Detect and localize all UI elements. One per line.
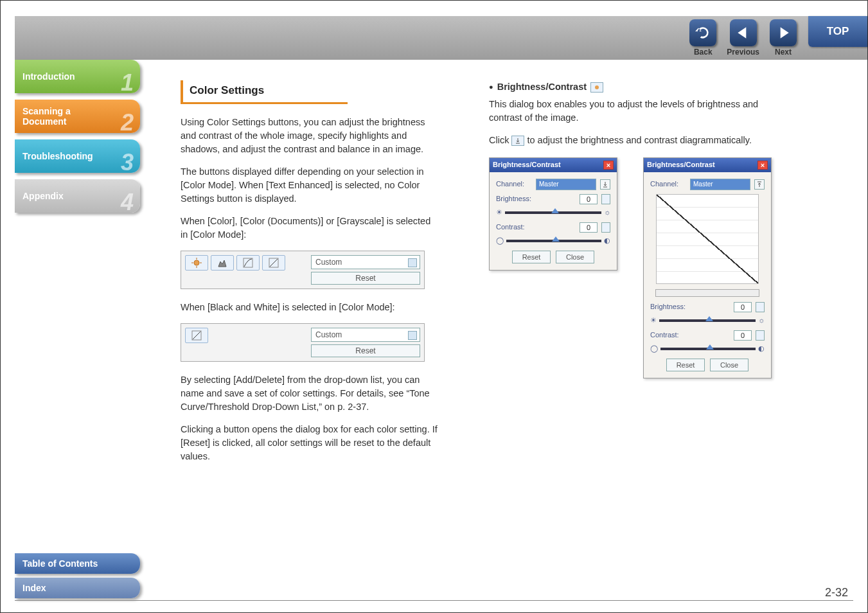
nav-buttons: Back Previous Next xyxy=(689,16,797,60)
dialog-close-button[interactable]: Close xyxy=(556,251,594,263)
next-button[interactable]: Next xyxy=(770,19,797,57)
sidebar-number: 2 xyxy=(121,111,134,134)
subsection-title: Brightness/Contrast xyxy=(497,80,587,94)
paragraph: When [Black and White] is selected in [C… xyxy=(181,301,438,314)
page-number: 2-32 xyxy=(825,586,848,600)
channel-select[interactable]: Master xyxy=(690,179,750,190)
sidebar-item-scanning[interactable]: Scanning a Document 2 xyxy=(15,100,140,133)
channel-label: Channel: xyxy=(496,179,532,190)
channel-label: Channel: xyxy=(650,179,686,190)
dialog-reset-button[interactable]: Reset xyxy=(666,359,705,371)
paragraph: This dialog box enables you to adjust th… xyxy=(489,98,784,125)
contrast-label: Contrast: xyxy=(496,222,532,233)
brightness-label: Brightness: xyxy=(496,194,532,204)
spinner-icon[interactable] xyxy=(601,222,610,233)
channel-select[interactable]: Master xyxy=(536,179,596,190)
threshold-button[interactable] xyxy=(185,328,208,343)
sidebar-number: 4 xyxy=(121,191,134,214)
back-button[interactable]: Back xyxy=(689,19,716,57)
color-mode-toolbar-full: Custom Reset xyxy=(181,251,425,289)
preset-select[interactable]: Custom xyxy=(311,328,420,342)
brightness-slider[interactable]: ☀ ☼ xyxy=(496,208,610,217)
brightness-value[interactable]: 0 xyxy=(734,302,752,312)
spinner-icon[interactable] xyxy=(601,194,610,204)
contrast-slider[interactable]: ◯ ◐ xyxy=(650,344,765,353)
right-column: Brightness/Contrast This dialog box enab… xyxy=(489,80,784,574)
sidebar-item-troubleshooting[interactable]: Troubleshooting 3 xyxy=(15,139,140,173)
contrast-label: Contrast: xyxy=(650,330,686,341)
sidebar-item-appendix[interactable]: Appendix 4 xyxy=(15,179,140,213)
content-area: Color Settings Using Color Settings butt… xyxy=(181,80,829,574)
collapse-toggle-icon[interactable] xyxy=(754,179,765,190)
index-link[interactable]: Index xyxy=(15,578,140,598)
toc-link[interactable]: Table of Contents xyxy=(15,553,140,574)
spinner-icon[interactable] xyxy=(756,330,765,341)
preset-select[interactable]: Custom xyxy=(311,255,420,269)
bottom-nav: Table of Contents Index xyxy=(15,549,140,598)
reset-button[interactable]: Reset xyxy=(311,272,420,285)
svg-point-0 xyxy=(194,260,199,265)
sidebar-label: Troubleshooting xyxy=(22,151,132,161)
sun-bright-icon: ☼ xyxy=(758,315,765,326)
contrast-value[interactable]: 0 xyxy=(580,222,598,233)
close-icon[interactable]: × xyxy=(603,161,614,170)
section-title-wrap: Color Settings xyxy=(181,80,438,104)
page-frame: Back Previous Next TOP Introduction 1 Sc… xyxy=(0,0,868,613)
sidebar-label: Introduction xyxy=(22,71,132,82)
dialog-reset-button[interactable]: Reset xyxy=(512,251,551,263)
tone-graph xyxy=(656,194,759,284)
left-column: Color Settings Using Color Settings butt… xyxy=(181,80,438,574)
previous-icon xyxy=(730,19,757,46)
paragraph: Clicking a button opens the dialog box f… xyxy=(181,423,438,463)
sidebar-label: Scanning a xyxy=(22,106,132,116)
footer-divider xyxy=(15,600,853,601)
dialog-title: Brightness/Contrast xyxy=(647,160,715,170)
color-mode-toolbar-bw: Custom Reset xyxy=(181,323,425,362)
dialog-examples: Brightness/Contrast × Channel: Master Br… xyxy=(489,157,784,378)
brightness-value[interactable]: 0 xyxy=(580,194,598,204)
sun-dim-icon: ☀ xyxy=(496,208,502,218)
back-label: Back xyxy=(694,48,713,57)
brightness-slider[interactable]: ☀ ☼ xyxy=(650,316,765,325)
brightness-contrast-icon xyxy=(590,82,603,93)
svg-point-10 xyxy=(595,85,599,89)
contrast-high-icon: ◐ xyxy=(604,236,610,246)
final-review-button[interactable] xyxy=(262,255,285,271)
previous-button[interactable]: Previous xyxy=(727,19,759,57)
contrast-value[interactable]: 0 xyxy=(734,330,752,341)
top-link[interactable]: TOP xyxy=(808,16,867,47)
sidebar: Introduction 1 Scanning a Document 2 Tro… xyxy=(15,60,140,219)
brightness-label: Brightness: xyxy=(650,302,686,312)
histogram-button[interactable] xyxy=(211,255,234,271)
paragraph: When [Color], [Color (Documents)] or [Gr… xyxy=(181,215,438,242)
tone-curve-button[interactable] xyxy=(236,255,260,271)
contrast-high-icon: ◐ xyxy=(758,344,765,354)
sidebar-label: Document xyxy=(22,116,132,127)
paragraph: Using Color Settings buttons, you can ad… xyxy=(181,116,438,156)
dialog-titlebar: Brightness/Contrast × xyxy=(644,158,771,172)
contrast-slider[interactable]: ◯ ◐ xyxy=(496,236,610,245)
close-icon[interactable]: × xyxy=(757,161,768,170)
graph-scrollbar[interactable] xyxy=(655,289,759,297)
svg-line-7 xyxy=(270,259,278,267)
paragraph: Click to adjust the brightness and contr… xyxy=(489,134,784,147)
header-bar: Back Previous Next xyxy=(15,16,867,60)
contrast-low-icon: ◯ xyxy=(496,236,504,246)
brightness-contrast-dialog-expanded: Brightness/Contrast × Channel: Master Br… xyxy=(643,157,772,378)
contrast-low-icon: ◯ xyxy=(650,344,658,354)
brightness-contrast-button[interactable] xyxy=(185,255,208,271)
expand-toggle-icon[interactable] xyxy=(600,179,610,190)
spinner-icon[interactable] xyxy=(756,302,765,312)
brightness-contrast-dialog-compact: Brightness/Contrast × Channel: Master Br… xyxy=(489,157,617,271)
paragraph: The buttons displayed differ depending o… xyxy=(181,165,438,206)
previous-label: Previous xyxy=(727,48,759,57)
reset-button[interactable]: Reset xyxy=(311,344,420,357)
back-icon xyxy=(689,19,716,46)
sidebar-item-introduction[interactable]: Introduction 1 xyxy=(15,60,140,93)
sidebar-number: 1 xyxy=(121,71,134,94)
sidebar-number: 3 xyxy=(121,151,134,174)
dialog-titlebar: Brightness/Contrast × xyxy=(490,158,617,172)
paragraph: By selecting [Add/Delete] from the drop-… xyxy=(181,373,438,414)
sun-dim-icon: ☀ xyxy=(650,315,657,326)
dialog-close-button[interactable]: Close xyxy=(710,359,748,371)
